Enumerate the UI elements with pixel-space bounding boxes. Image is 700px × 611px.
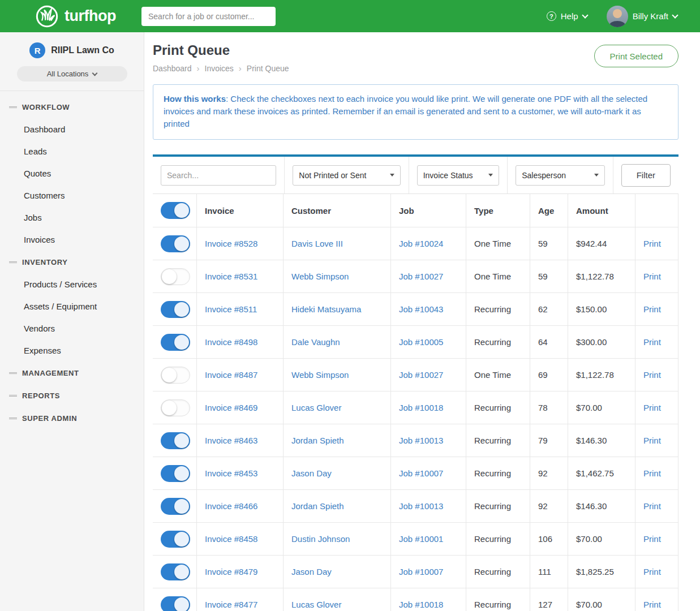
row-select-toggle[interactable] <box>161 235 190 252</box>
customer-link[interactable]: Davis Love III <box>283 227 390 260</box>
row-print-link[interactable]: Print <box>635 227 678 260</box>
invoice-link[interactable]: Invoice #8463 <box>196 424 283 457</box>
nav-section-management[interactable]: MANAGEMENT <box>0 362 144 384</box>
row-select-toggle[interactable] <box>161 596 190 611</box>
job-link[interactable]: Job #10013 <box>390 490 466 522</box>
customer-link[interactable]: Dale Vaughn <box>283 326 390 358</box>
customer-link[interactable]: Webb Simpson <box>283 359 390 391</box>
row-print-link[interactable]: Print <box>635 326 678 358</box>
breadcrumb-dashboard[interactable]: Dashboard <box>153 64 192 73</box>
row-print-link[interactable]: Print <box>635 293 678 325</box>
job-link[interactable]: Job #10007 <box>390 556 466 588</box>
customer-link[interactable]: Dustin Johnson <box>283 523 390 555</box>
job-link[interactable]: Job #10043 <box>390 293 466 325</box>
invoice-table-body: Invoice #8528 Davis Love III Job #10024 … <box>153 227 678 611</box>
customer-link[interactable]: Lucas Glover <box>283 391 390 424</box>
job-link[interactable]: Job #10027 <box>390 260 466 292</box>
sidebar-item-vendors[interactable]: Vendors <box>0 317 144 339</box>
sidebar-item-quotes[interactable]: Quotes <box>0 162 144 184</box>
row-print-link[interactable]: Print <box>635 588 678 611</box>
invoice-row: Invoice #8469 Lucas Glover Job #10018 Re… <box>153 391 678 424</box>
customer-link[interactable]: Jason Day <box>283 457 390 489</box>
customer-link[interactable]: Jason Day <box>283 556 390 588</box>
sidebar-item-invoices[interactable]: Invoices <box>0 229 144 251</box>
invoice-link[interactable]: Invoice #8531 <box>196 260 283 292</box>
customer-link[interactable]: Jordan Spieth <box>283 490 390 522</box>
row-select-toggle[interactable] <box>161 301 190 318</box>
invoice-link[interactable]: Invoice #8458 <box>196 523 283 555</box>
invoice-age: 79 <box>530 424 568 457</box>
select-all-toggle[interactable] <box>161 202 190 219</box>
row-print-link[interactable]: Print <box>635 556 678 588</box>
invoice-link[interactable]: Invoice #8528 <box>196 227 283 260</box>
brand-logo[interactable]: turfhop <box>35 5 116 28</box>
invoice-amount: $150.00 <box>568 293 635 325</box>
invoice-link[interactable]: Invoice #8466 <box>196 490 283 522</box>
global-search-input[interactable] <box>141 7 276 26</box>
sidebar-item-expenses[interactable]: Expenses <box>0 339 144 362</box>
toggle-knob <box>174 466 189 481</box>
row-select-toggle[interactable] <box>161 367 190 384</box>
sidebar-item-assets-equipment[interactable]: Assets / Equipment <box>0 295 144 317</box>
customer-link[interactable]: Webb Simpson <box>283 260 390 292</box>
invoice-link[interactable]: Invoice #8477 <box>196 588 283 611</box>
job-link[interactable]: Job #10024 <box>390 227 466 260</box>
row-select-toggle[interactable] <box>161 531 190 548</box>
row-select-toggle[interactable] <box>161 268 190 285</box>
print-selected-button[interactable]: Print Selected <box>594 45 678 67</box>
column-header-amount: Amount <box>568 194 635 227</box>
sidebar-item-products-services[interactable]: Products / Services <box>0 273 144 295</box>
nav-section-inventory[interactable]: INVENTORY <box>0 251 144 273</box>
salesperson-select[interactable]: Salesperson <box>516 165 604 186</box>
invoice-link[interactable]: Invoice #8498 <box>196 326 283 358</box>
customer-link[interactable]: Jordan Spieth <box>283 424 390 457</box>
printed-status-select[interactable]: Not Printed or Sent <box>293 165 400 186</box>
sidebar-item-jobs[interactable]: Jobs <box>0 206 144 229</box>
row-print-link[interactable]: Print <box>635 260 678 292</box>
row-print-link[interactable]: Print <box>635 359 678 391</box>
row-print-link[interactable]: Print <box>635 391 678 424</box>
breadcrumb-invoices[interactable]: Invoices <box>205 64 234 73</box>
job-link[interactable]: Job #10018 <box>390 391 466 424</box>
toggle-knob <box>174 499 189 514</box>
invoice-status-select[interactable]: Invoice Status <box>417 165 500 186</box>
sidebar-item-leads[interactable]: Leads <box>0 140 144 162</box>
sidebar-item-dashboard[interactable]: Dashboard <box>0 118 144 140</box>
row-print-link[interactable]: Print <box>635 424 678 457</box>
invoice-row: Invoice #8453 Jason Day Job #10007 Recur… <box>153 457 678 490</box>
job-link[interactable]: Job #10027 <box>390 359 466 391</box>
help-menu[interactable]: ? Help <box>547 11 587 21</box>
nav-section-reports[interactable]: REPORTS <box>0 384 144 407</box>
invoice-link[interactable]: Invoice #8453 <box>196 457 283 489</box>
location-selector[interactable]: All Locations <box>17 66 127 81</box>
row-select-toggle[interactable] <box>161 498 190 515</box>
customer-link[interactable]: Hideki Matsuyama <box>283 293 390 325</box>
job-link[interactable]: Job #10001 <box>390 523 466 555</box>
sidebar-item-customers[interactable]: Customers <box>0 184 144 206</box>
job-link[interactable]: Job #10018 <box>390 588 466 611</box>
job-link[interactable]: Job #10005 <box>390 326 466 358</box>
section-dash-icon <box>9 418 17 419</box>
column-header-customer: Customer <box>283 194 390 227</box>
filter-button[interactable]: Filter <box>621 164 671 187</box>
table-search-input[interactable] <box>161 165 276 186</box>
customer-link[interactable]: Lucas Glover <box>283 588 390 611</box>
row-select-toggle[interactable] <box>161 465 190 482</box>
job-link[interactable]: Job #10007 <box>390 457 466 489</box>
invoice-link[interactable]: Invoice #8511 <box>196 293 283 325</box>
row-print-link[interactable]: Print <box>635 457 678 489</box>
row-select-toggle[interactable] <box>161 432 190 449</box>
row-select-toggle[interactable] <box>161 334 190 351</box>
job-link[interactable]: Job #10013 <box>390 424 466 457</box>
user-menu[interactable]: Billy Kraft <box>607 6 677 27</box>
row-select-toggle[interactable] <box>161 563 190 580</box>
invoice-link[interactable]: Invoice #8469 <box>196 391 283 424</box>
sidebar-nav: WORKFLOWDashboardLeadsQuotesCustomersJob… <box>0 91 144 429</box>
row-select-toggle[interactable] <box>161 399 190 416</box>
invoice-link[interactable]: Invoice #8487 <box>196 359 283 391</box>
row-print-link[interactable]: Print <box>635 523 678 555</box>
nav-section-super-admin[interactable]: SUPER ADMIN <box>0 407 144 429</box>
invoice-link[interactable]: Invoice #8479 <box>196 556 283 588</box>
row-print-link[interactable]: Print <box>635 490 678 522</box>
nav-section-workflow[interactable]: WORKFLOW <box>0 96 144 118</box>
